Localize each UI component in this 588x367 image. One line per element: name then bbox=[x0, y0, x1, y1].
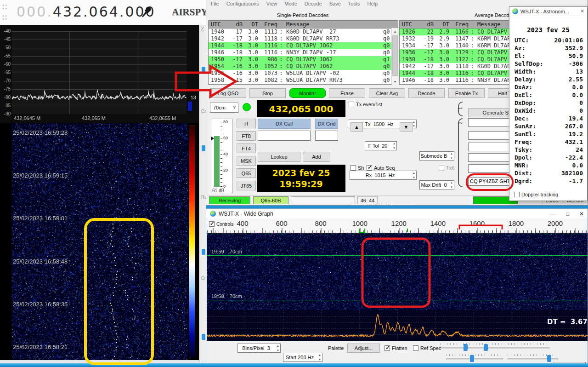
tx-even-checkbox[interactable]: Tx even/1st bbox=[349, 102, 382, 107]
band-select[interactable]: 70cm bbox=[210, 103, 238, 113]
column-header bbox=[469, 21, 476, 28]
menu-mode[interactable]: Mode bbox=[281, 0, 301, 7]
log-qso-button[interactable]: Log QSO bbox=[210, 88, 246, 98]
dx-grid-input[interactable] bbox=[315, 131, 338, 141]
erase-button[interactable]: Erase bbox=[329, 88, 365, 98]
wide-graph-title-bar[interactable]: WSJT-X - Wide Graph —□✕ bbox=[206, 209, 588, 218]
decode-row[interactable]: 1956-163.01073:W5LUA DL7APV -02q0 bbox=[209, 70, 398, 77]
slider-thumb[interactable] bbox=[470, 355, 474, 362]
wide-graph-spectrum-canvas[interactable] bbox=[207, 310, 588, 341]
slider-thumb[interactable] bbox=[484, 344, 488, 351]
max-drift-spinner[interactable]: Max Drift 0 bbox=[419, 180, 454, 189]
tab2-label[interactable]: 2 bbox=[458, 122, 463, 125]
decode-row[interactable]: 1958-153.01082:W5LUA DL7APV RR73q0 bbox=[209, 77, 398, 84]
minimize-icon[interactable]: — bbox=[550, 211, 556, 217]
side-slider-thumb[interactable] bbox=[202, 334, 205, 340]
enable-tx-button[interactable]: Enable Tx bbox=[448, 88, 485, 98]
gain-slider[interactable] bbox=[441, 347, 549, 349]
decode-row[interactable]: 1940-173.01113:KG0D DL7APV -27q0 bbox=[209, 29, 398, 35]
submode-spinner[interactable]: Submode B bbox=[419, 151, 454, 161]
side-slider-thumb[interactable] bbox=[202, 249, 205, 255]
close-icon[interactable]: ✕ bbox=[579, 211, 584, 217]
mode-button-ft4[interactable]: FT4 bbox=[237, 143, 256, 153]
decode-row[interactable]: 1954-163.01052:CQ DL7APV JO62q0 bbox=[209, 63, 398, 70]
sdr-waterfall-canvas[interactable] bbox=[11, 123, 188, 360]
scroll-up-icon[interactable]: ▲ bbox=[392, 28, 398, 34]
side-slider-thumb[interactable] bbox=[202, 67, 205, 73]
mode-button-jt65[interactable]: JT65 bbox=[237, 181, 256, 190]
dx-call-input[interactable] bbox=[258, 131, 311, 141]
decode-button[interactable]: Decode bbox=[408, 88, 445, 98]
scroll-down-icon[interactable]: ▼ bbox=[392, 78, 398, 85]
auto-seq-checkbox[interactable]: Auto Seq bbox=[367, 165, 395, 171]
menu-file[interactable]: File bbox=[207, 0, 223, 7]
screen: ▴ ▴▾ ▾ ▴ ▴▾ ▾ 000.432.064.000 AIRSPY -40… bbox=[0, 0, 588, 367]
menu-decode[interactable]: Decode bbox=[301, 0, 326, 7]
sdr-spectrum-canvas[interactable] bbox=[12, 31, 187, 114]
freq-up-button[interactable]: ▲ bbox=[351, 122, 363, 132]
mode-button-msk[interactable]: MSK bbox=[237, 156, 256, 166]
astro-title-bar[interactable]: WSJT-X - Astronom... ✕ bbox=[509, 7, 587, 16]
monitor-button[interactable]: Monitor bbox=[289, 88, 326, 98]
menu-save[interactable]: Save bbox=[326, 0, 345, 7]
lookup-button[interactable]: Lookup bbox=[258, 152, 300, 162]
decode-row[interactable]: 1950-173.0986:CQ DL7APV JO62q1 bbox=[209, 56, 398, 63]
adjust-button[interactable]: Adjust... bbox=[347, 344, 380, 353]
add-button[interactable]: Add bbox=[303, 152, 330, 162]
mode-button-h[interactable]: H bbox=[237, 119, 256, 128]
maximize-icon[interactable]: □ bbox=[566, 211, 569, 217]
zero-slider[interactable] bbox=[446, 358, 503, 360]
astronomical-data-window: WSJT-X - Astronom... ✕ 2023 fev 25 UTC:2… bbox=[509, 6, 588, 201]
ref-spec-checkbox[interactable]: Ref Spec bbox=[413, 345, 441, 351]
tab1-label[interactable]: 1 bbox=[458, 107, 463, 110]
controls-checkbox[interactable]: Controls bbox=[209, 221, 233, 227]
decode-row[interactable]: 1942-173.01118:KG0D DL7APV RR73q0 bbox=[209, 35, 398, 42]
astro-data-row: DxAz:0.0 bbox=[509, 83, 587, 91]
sh-checkbox[interactable]: Sh bbox=[351, 165, 364, 171]
menu-help[interactable]: Help bbox=[364, 0, 382, 7]
decode-row[interactable]: 1946-183.01116:NN3Y DL7APV -17q0 bbox=[209, 49, 398, 56]
spectrum-y-tick: -65 bbox=[0, 70, 11, 75]
column-header: Freq bbox=[258, 21, 277, 28]
slider-thumb[interactable] bbox=[464, 344, 468, 351]
frequency-step-down-icon[interactable]: ▴ ▴▾ ▾ bbox=[2, 14, 7, 21]
mode-button-q65[interactable]: Q65 bbox=[237, 168, 256, 178]
waterfall-intensity-scale[interactable] bbox=[189, 125, 195, 358]
slider-thumb[interactable] bbox=[547, 355, 551, 362]
sdr-signal-level-value: 13 bbox=[184, 95, 196, 100]
astro-data-row: SunEl:19.2 bbox=[509, 130, 587, 138]
wide-graph-window: WSJT-X - Wide Graph —□✕ 4006008001000120… bbox=[206, 208, 588, 367]
checkbox-box bbox=[413, 345, 418, 351]
mode-button-ft8[interactable]: FT8 bbox=[237, 131, 256, 141]
scale-label-1400: 1400 bbox=[430, 219, 446, 227]
menu-tools[interactable]: Tools bbox=[345, 0, 364, 7]
bins-per-pixel-spinner[interactable]: Bins/Pixel 3 bbox=[237, 344, 281, 353]
waterfall-timestamp: 25/02/2023 16:59:28 bbox=[13, 129, 68, 136]
sdr-frequency-display[interactable]: 000.432.064.000 bbox=[17, 4, 156, 20]
ftol-spinner[interactable]: F Tol 20 bbox=[365, 141, 397, 150]
doppler-tracking-checkbox[interactable]: Doppler tracking bbox=[514, 192, 558, 197]
period-line bbox=[207, 255, 588, 256]
decode-row[interactable]: 1944-183.01116:CQ DL7APV JO62q0 bbox=[209, 42, 398, 49]
flatten-checkbox[interactable]: Flatten bbox=[384, 345, 407, 351]
scroll-thumb[interactable] bbox=[392, 35, 398, 76]
decodes-scrollbar[interactable]: ▲ ▼ bbox=[391, 28, 398, 85]
waterfall-period-label: 19:59 70cm bbox=[211, 249, 242, 254]
menu-configurations[interactable]: Configurations bbox=[223, 0, 263, 7]
close-icon[interactable]: ✕ bbox=[580, 8, 584, 14]
checkbox-label: Controls bbox=[216, 222, 233, 227]
menu-view[interactable]: View bbox=[263, 0, 281, 7]
start-freq-spinner[interactable]: Start 200 Hz bbox=[283, 353, 322, 362]
tx6-checkbox[interactable]: Tx6 bbox=[439, 165, 454, 171]
clear-avg-button[interactable]: Clear Avg bbox=[369, 88, 405, 98]
taskbar[interactable] bbox=[0, 363, 588, 367]
rig-status-lamp[interactable] bbox=[243, 103, 251, 111]
sdr-side-panel[interactable]: ZCoRaO bbox=[199, 25, 206, 363]
side-slider-thumb[interactable] bbox=[202, 145, 205, 151]
pin-icon[interactable] bbox=[141, 6, 153, 18]
rx-freq-spinner[interactable]: Rx 1015 Hz bbox=[350, 171, 417, 180]
freq-down-button[interactable]: ▼ bbox=[400, 122, 413, 132]
stop-button[interactable]: Stop bbox=[249, 88, 286, 98]
frequency-step-up-icon[interactable]: ▴ ▴▾ ▾ bbox=[2, 3, 7, 11]
wide-graph-waterfall-canvas[interactable] bbox=[207, 233, 588, 310]
